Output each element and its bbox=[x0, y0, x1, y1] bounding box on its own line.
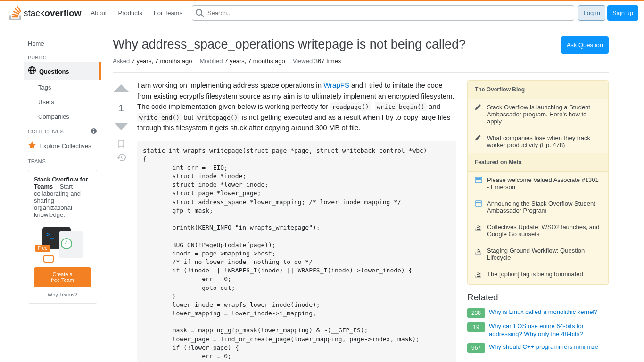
main-content: Why address_space_operations writepage i… bbox=[101, 25, 620, 362]
teams-promo-box: Stack Overflow for Teams – Start collabo… bbox=[28, 170, 97, 304]
login-button[interactable]: Log in bbox=[578, 5, 605, 21]
related-score: 967 bbox=[467, 343, 485, 353]
nav-companies[interactable]: Companies bbox=[24, 109, 101, 124]
star-icon bbox=[28, 141, 36, 151]
code-writepage: writepage() bbox=[195, 113, 239, 122]
code-readpage: readpage() bbox=[330, 102, 371, 111]
why-teams-link[interactable]: Why Teams? bbox=[34, 292, 91, 297]
question-header: Why address_space_operations writepage i… bbox=[113, 36, 609, 54]
stackoverflow-icon bbox=[9, 6, 22, 20]
nav-users[interactable]: Users bbox=[24, 95, 101, 109]
bookmark-button[interactable] bbox=[117, 140, 125, 149]
pencil-icon bbox=[475, 104, 482, 125]
left-sidebar: Home PUBLIC Questions Tags Users Compani… bbox=[24, 25, 101, 362]
related-title: Related bbox=[467, 292, 609, 303]
logo[interactable]: stackoverflow bbox=[6, 1, 85, 25]
related-link[interactable]: Why can't OS use entire 64-bits for addr… bbox=[489, 322, 609, 338]
nav-explore-collectives[interactable]: Explore Collectives bbox=[24, 139, 101, 155]
related-item-2: 967 Why should C++ programmers minimize bbox=[467, 343, 609, 353]
svg-rect-2 bbox=[475, 201, 482, 206]
meta-item-3[interactable]: Staging Ground Workflow: Question Lifecy… bbox=[468, 242, 608, 266]
header-nav: About Products For Teams bbox=[85, 7, 188, 19]
widget-overflow-blog: The Overflow Blog Stack Overflow is laun… bbox=[467, 80, 609, 285]
create-team-button[interactable]: Create a free Team bbox=[34, 267, 91, 287]
nav-products[interactable]: Products bbox=[112, 7, 148, 19]
vote-count: 1 bbox=[118, 102, 124, 114]
widget-blog-header: The Overflow Blog bbox=[468, 81, 608, 99]
search-icon bbox=[196, 9, 204, 19]
nav-for-teams[interactable]: For Teams bbox=[148, 7, 188, 19]
teams-illustration: Free bbox=[34, 224, 91, 262]
meta-icon bbox=[475, 200, 482, 214]
search-wrap bbox=[192, 5, 575, 21]
nav-section-teams: TEAMS bbox=[24, 155, 101, 166]
nav-tags[interactable]: Tags bbox=[24, 80, 101, 95]
nav-questions[interactable]: Questions bbox=[24, 62, 101, 80]
explore-label: Explore Collectives bbox=[39, 142, 91, 149]
nav-section-public: PUBLIC bbox=[24, 51, 101, 62]
related-link[interactable]: Why is Linux called a monolithic kernel? bbox=[489, 308, 598, 316]
code-writeend: write_end() bbox=[137, 113, 182, 122]
related-item-0: 238 Why is Linux called a monolithic ker… bbox=[467, 308, 609, 318]
svg-rect-1 bbox=[476, 178, 481, 180]
so-mini-icon bbox=[475, 271, 482, 280]
so-mini-icon bbox=[475, 247, 482, 261]
so-mini-icon bbox=[475, 223, 482, 238]
question-title: Why address_space_operations writepage i… bbox=[113, 36, 555, 53]
nav-home[interactable]: Home bbox=[24, 36, 101, 51]
related-link[interactable]: Why should C++ programmers minimize bbox=[489, 343, 598, 351]
widget-meta-header: Featured on Meta bbox=[468, 153, 608, 172]
pencil-icon bbox=[475, 134, 482, 148]
meta-viewed: Viewed 367 times bbox=[293, 58, 341, 65]
blog-item-0[interactable]: Stack Overflow is launching a Student Am… bbox=[468, 99, 608, 130]
blog-item-1[interactable]: What companies lose when they track work… bbox=[468, 130, 608, 153]
svg-rect-0 bbox=[475, 177, 482, 183]
code-block: static int wrapfs_writepage(struct page … bbox=[137, 141, 456, 362]
nav-about[interactable]: About bbox=[85, 7, 112, 19]
meta-item-4[interactable]: The [option] tag is being burninated bbox=[468, 266, 608, 284]
post-body: I am working on implementing address spa… bbox=[137, 80, 456, 362]
related-item-1: 19 Why can't OS use entire 64-bits for a… bbox=[467, 322, 609, 338]
header: stackoverflow About Products For Teams L… bbox=[0, 1, 644, 25]
nav-section-collectives: COLLECTIVES bbox=[24, 124, 101, 139]
meta-item-1[interactable]: Announcing the Stack Overflow Student Am… bbox=[468, 195, 608, 219]
related-score: 238 bbox=[467, 308, 485, 318]
wrapfs-link[interactable]: WrapFS bbox=[323, 81, 349, 89]
upvote-button[interactable] bbox=[113, 80, 130, 99]
meta-icon bbox=[475, 176, 482, 190]
nav-questions-label: Questions bbox=[39, 68, 69, 75]
right-sidebar: The Overflow Blog Stack Overflow is laun… bbox=[467, 80, 609, 362]
meta-item-2[interactable]: Collectives Update: WSO2 launches, and G… bbox=[468, 219, 608, 242]
vote-column: 1 bbox=[113, 80, 137, 362]
downvote-button[interactable] bbox=[113, 117, 130, 136]
info-icon[interactable] bbox=[91, 128, 97, 135]
related-score: 19 bbox=[467, 322, 485, 332]
signup-button[interactable]: Sign up bbox=[607, 5, 638, 21]
header-buttons: Log in Sign up bbox=[578, 5, 638, 21]
svg-rect-3 bbox=[476, 202, 481, 203]
search-input[interactable] bbox=[192, 5, 575, 21]
logo-text: stackoverflow bbox=[24, 8, 81, 18]
code-writebegin: write_begin() bbox=[375, 102, 427, 111]
timeline-button[interactable] bbox=[117, 153, 126, 163]
ask-question-button[interactable]: Ask Question bbox=[561, 36, 609, 54]
globe-icon bbox=[28, 66, 36, 76]
meta-modified: Modified 7 years, 7 months ago bbox=[199, 58, 285, 65]
meta-asked: Asked 7 years, 7 months ago bbox=[113, 58, 192, 65]
question-meta: Asked 7 years, 7 months ago Modified 7 y… bbox=[113, 54, 609, 73]
meta-item-0[interactable]: Please welcome Valued Associate #1301 - … bbox=[468, 172, 608, 195]
